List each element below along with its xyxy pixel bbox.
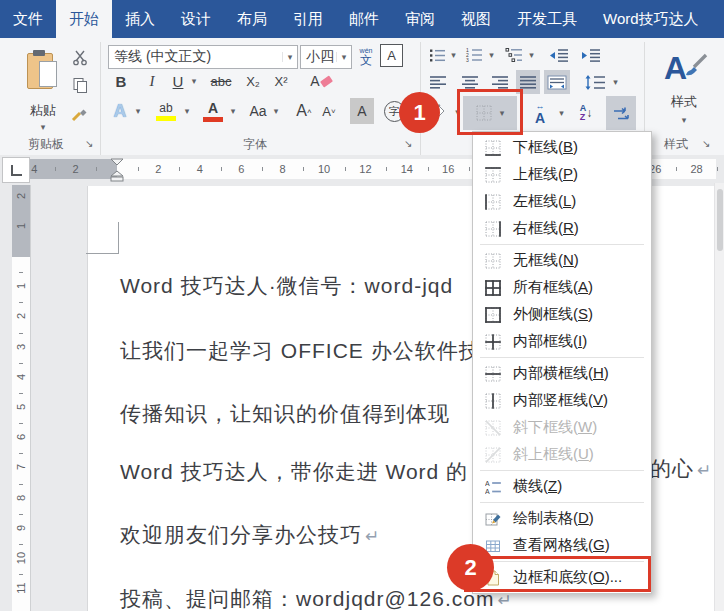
paste-button[interactable]: 粘贴 ▾: [14, 46, 72, 142]
border-all-icon: [485, 280, 501, 296]
chevron-down-icon[interactable]: ▾: [336, 52, 351, 62]
justify-button[interactable]: [516, 70, 540, 94]
styles-dialog-launcher-icon[interactable]: ↘: [702, 138, 710, 149]
menu-item-inside-horizontal-border[interactable]: 内部横框线(H): [473, 360, 651, 387]
tab-home[interactable]: 开始: [56, 0, 112, 38]
superscript-button[interactable]: X²: [268, 70, 294, 92]
character-scaling-button[interactable]: ↔ A: [524, 96, 556, 130]
doc-line-fragment[interactable]: 的心↵: [650, 455, 712, 483]
line-spacing-dropdown[interactable]: ▾: [610, 70, 621, 94]
tab-mailings[interactable]: 邮件: [336, 0, 392, 38]
change-case-dropdown[interactable]: ▾: [270, 96, 282, 126]
menu-item-top-border[interactable]: 上框线(P): [473, 161, 651, 188]
scrollbar-thumb[interactable]: [717, 189, 723, 251]
tab-insert[interactable]: 插入: [112, 0, 168, 38]
multilevel-list-dropdown[interactable]: ▾: [526, 44, 537, 66]
font-size-combo[interactable]: 小四 ▾: [300, 45, 352, 69]
font-name-combo[interactable]: 等线 (中文正文) ▾: [108, 45, 298, 69]
phonetic-guide-button[interactable]: wén 文: [355, 43, 377, 69]
menu-item-label: 内部框线(I): [513, 332, 587, 351]
character-shading-button[interactable]: A: [350, 98, 374, 124]
tab-selector-box[interactable]: [2, 157, 30, 183]
tab-references[interactable]: 引用: [280, 0, 336, 38]
bold-button[interactable]: B: [110, 70, 132, 92]
menu-item-draw-table[interactable]: 绘制表格(D): [473, 505, 651, 532]
doc-line[interactable]: 传播知识，让知识的价值得到体现: [120, 400, 450, 428]
font-color-button[interactable]: A: [200, 96, 226, 126]
bullets-dropdown[interactable]: ▾: [448, 44, 459, 66]
menu-item-bottom-border[interactable]: 下框线(B): [473, 134, 651, 161]
increase-indent-button[interactable]: [578, 44, 604, 66]
line-spacing-button[interactable]: [580, 70, 610, 94]
borders-button[interactable]: ▾: [463, 96, 517, 130]
show-hide-marks-button[interactable]: [606, 96, 636, 130]
cut-button[interactable]: [68, 46, 92, 68]
menu-item-outside-borders[interactable]: 外侧框线(S): [473, 301, 651, 328]
numbering-button[interactable]: 1 2 3: [462, 44, 486, 66]
ruler-number: 10: [318, 159, 330, 179]
tab-word-jqdr[interactable]: Word技巧达人: [590, 0, 712, 38]
svg-text:A: A: [485, 488, 490, 495]
styles-button[interactable]: A 样式 ▾: [652, 46, 716, 130]
underline-dropdown[interactable]: ▾: [188, 70, 200, 92]
align-center-button[interactable]: [458, 70, 482, 94]
distribute-button[interactable]: [544, 70, 570, 94]
underline-button[interactable]: U: [168, 70, 188, 92]
doc-line[interactable]: Word 技巧达人·微信号：word-jqd: [120, 272, 453, 300]
strikethrough-button[interactable]: abc: [206, 70, 236, 92]
doc-line[interactable]: Word 技巧达人，带你走进 Word 的: [120, 458, 468, 486]
first-line-indent-marker[interactable]: [110, 158, 124, 166]
menu-item-inside-vertical-border[interactable]: 内部竖框线(V): [473, 387, 651, 414]
tab-developer[interactable]: 开发工具: [504, 0, 590, 38]
clear-formatting-button[interactable]: A: [306, 70, 336, 92]
menu-item-horizontal-line[interactable]: AA横线(Z): [473, 473, 651, 500]
align-left-button[interactable]: [426, 70, 450, 94]
tab-design[interactable]: 设计: [168, 0, 224, 38]
paste-label: 粘贴: [14, 102, 72, 120]
menu-item-all-borders[interactable]: 所有框线(A): [473, 274, 651, 301]
doc-line[interactable]: 欢迎朋友们分享办公技巧↵: [120, 521, 380, 549]
highlight-dropdown[interactable]: ▾: [181, 96, 193, 126]
shading-dropdown[interactable]: ▾: [452, 96, 463, 128]
decrease-indent-button[interactable]: [546, 44, 572, 66]
highlight-button[interactable]: ab: [152, 96, 180, 126]
multilevel-list-button[interactable]: [502, 44, 526, 66]
clipboard-dialog-launcher-icon[interactable]: ↘: [85, 138, 93, 149]
menu-item-no-border[interactable]: 无框线(N): [473, 247, 651, 274]
menu-item-right-border[interactable]: 右框线(R): [473, 215, 651, 242]
sort-button[interactable]: A Z ↓: [572, 96, 600, 130]
menu-item-borders-and-shading[interactable]: 边框和底纹(O)...: [473, 564, 651, 591]
copy-button[interactable]: [68, 74, 92, 96]
tab-review[interactable]: 审阅: [392, 0, 448, 38]
shrink-font-button[interactable]: A˅: [318, 96, 340, 126]
tab-layout[interactable]: 布局: [224, 0, 280, 38]
font-color-dropdown[interactable]: ▾: [227, 96, 239, 126]
doc-line[interactable]: 让我们一起学习 OFFICE 办公软件技: [120, 337, 481, 365]
borders-dropdown-arrow[interactable]: ▾: [500, 108, 505, 118]
chevron-down-icon[interactable]: ▾: [282, 52, 297, 62]
tab-view[interactable]: 视图: [448, 0, 504, 38]
doc-line[interactable]: 投稿、提问邮箱：wordjqdr@126.com↵: [120, 585, 513, 611]
menu-item-view-gridlines[interactable]: 查看网格线(G): [473, 532, 651, 559]
font-dialog-launcher-icon[interactable]: ↘: [404, 138, 412, 149]
menu-item-inside-borders[interactable]: 内部框线(I): [473, 328, 651, 355]
format-painter-button[interactable]: [68, 102, 92, 124]
grow-font-button[interactable]: A˄: [292, 96, 316, 126]
text-effects-button[interactable]: A: [108, 96, 132, 126]
subscript-button[interactable]: X₂: [240, 70, 266, 92]
align-right-button[interactable]: [488, 70, 512, 94]
menu-item-left-border[interactable]: 左框线(L): [473, 188, 651, 215]
hanging-indent-marker[interactable]: [110, 170, 124, 182]
italic-button[interactable]: I: [142, 70, 162, 92]
text-effects-dropdown[interactable]: ▾: [132, 96, 144, 126]
border-none-icon: [485, 253, 501, 269]
ruler-tick: [221, 167, 222, 171]
change-case-button[interactable]: Aa: [244, 96, 272, 126]
numbering-dropdown[interactable]: ▾: [486, 44, 497, 66]
menu-separator: [480, 357, 644, 358]
character-border-button[interactable]: A: [380, 44, 403, 67]
bullets-button[interactable]: [426, 44, 448, 66]
tab-file[interactable]: 文件: [0, 0, 56, 38]
vertical-scrollbar[interactable]: [714, 183, 724, 611]
character-scaling-dropdown[interactable]: ▾: [556, 96, 567, 130]
